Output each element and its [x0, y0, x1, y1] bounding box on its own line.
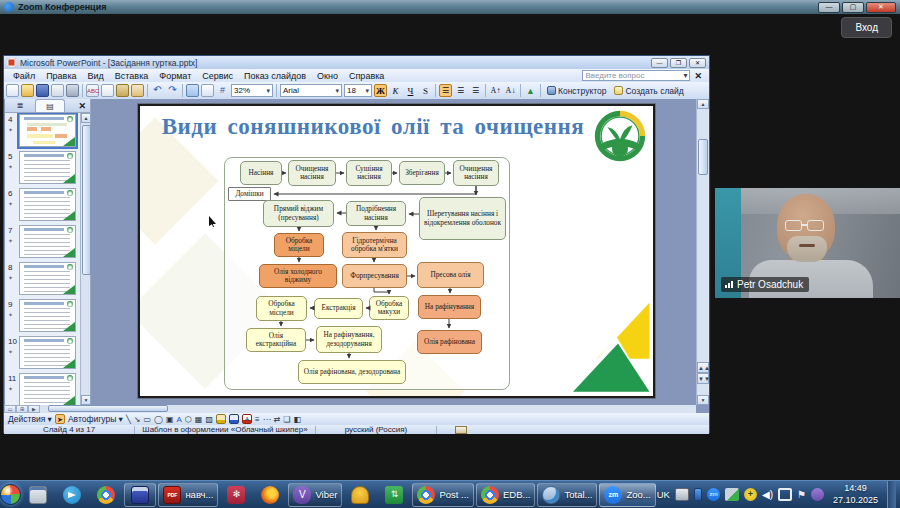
flowchart-box[interactable]: Домішки [228, 187, 271, 201]
format-painter-icon[interactable] [131, 84, 144, 97]
flowchart-box[interactable]: Шеретування насіння і відокремлення обол… [419, 197, 506, 240]
menu-окно[interactable]: Окно [312, 71, 343, 81]
thumbnail-preview[interactable] [19, 262, 76, 295]
spellcheck-book-icon[interactable] [455, 426, 467, 434]
open-file-icon[interactable] [21, 84, 34, 97]
maximize-icon[interactable]: ▢ [842, 2, 864, 13]
slide-vertical-scrollbar[interactable]: ▲ ▲▲ ▼▼ ▼ [696, 99, 709, 405]
align-right-button[interactable]: ☰ [469, 84, 482, 97]
flowchart-box[interactable]: Очищення насіння [288, 160, 336, 186]
taskbar-item-chrome[interactable]: Post ... [412, 483, 474, 507]
slideshow-icon[interactable]: ▶ [28, 405, 40, 413]
scroll-up-icon[interactable]: ▲ [81, 113, 91, 123]
slide-thumbnail-7[interactable]: 7✦ [5, 224, 80, 261]
fill-color-icon[interactable] [216, 414, 226, 424]
flowchart-box[interactable]: Обробка макухи [369, 296, 409, 320]
decrease-font-icon[interactable]: A↓ [504, 84, 517, 97]
slide-canvas[interactable]: Види соняшникової олії та очищення Насін… [138, 104, 655, 398]
menu-формат[interactable]: Формат [154, 71, 196, 81]
select-arrow-icon[interactable]: ➤ [55, 414, 65, 424]
taskbar-item-chrome[interactable] [90, 483, 122, 507]
panel-scrollbar[interactable]: ▲ ▼ [80, 113, 90, 405]
redo-icon[interactable]: ↷ [166, 84, 179, 97]
flowchart-box[interactable]: Олія екстракційна [246, 328, 306, 352]
taskbar-item-totalcmd[interactable]: Total... [537, 483, 597, 507]
ask-question-input[interactable]: Введите вопрос ▾ [582, 70, 690, 81]
paste-icon[interactable] [116, 84, 129, 97]
zoom-login-button[interactable]: Вход [841, 17, 892, 38]
normal-view-icon[interactable]: ▭ [4, 405, 16, 413]
usb-device-icon[interactable] [694, 488, 702, 501]
flowchart-box[interactable]: Сушіння насіння [346, 160, 392, 186]
font-color-icon[interactable]: ▲ [524, 84, 537, 97]
scroll-down-icon[interactable]: ▼ [81, 395, 91, 405]
keyboard-icon[interactable] [675, 488, 689, 501]
network-status-icon[interactable] [725, 488, 739, 501]
new-file-icon[interactable] [6, 84, 19, 97]
flowchart-box[interactable]: На рафінування, дезодорування [316, 326, 382, 353]
scroll-down-icon[interactable]: ▼ [697, 395, 709, 405]
chart-icon[interactable] [186, 84, 199, 97]
undo-icon[interactable]: ↶ [151, 84, 164, 97]
taskbar-item-pdf[interactable]: PDFнавч... [158, 483, 218, 507]
actions-menu[interactable]: Действия ▾ [8, 414, 52, 424]
italic-button[interactable]: К [389, 84, 402, 97]
copy-icon[interactable] [101, 84, 114, 97]
menu-сервис[interactable]: Сервис [197, 71, 238, 81]
slide-thumbnail-6[interactable]: 6✦ [5, 187, 80, 224]
slide-thumbnail-9[interactable]: 9✦ [5, 298, 80, 335]
rectangle-tool-icon[interactable]: ▭ [143, 415, 151, 424]
flowchart-box[interactable]: Зберігання [399, 161, 445, 185]
viber-tray-icon[interactable] [811, 488, 824, 501]
scroll-up-icon[interactable]: ▲ [697, 99, 709, 109]
volume-icon[interactable]: ◀) [762, 488, 773, 501]
flowchart-box[interactable]: Насіння [240, 161, 282, 185]
designer-button[interactable]: Конструктор [544, 84, 609, 97]
font-size-select[interactable]: 18 ▾ [344, 84, 372, 97]
slide-thumbnail-5[interactable]: 5✦ [5, 150, 80, 187]
textbox-tool-icon[interactable]: ▣ [166, 415, 174, 424]
slide-thumbnail-10[interactable]: 10✦ [5, 335, 80, 372]
table-icon[interactable] [201, 84, 214, 97]
font-color-icon[interactable]: A [242, 414, 252, 424]
thumbnail-preview[interactable] [19, 299, 76, 332]
display-icon[interactable] [778, 488, 792, 501]
flowchart-box[interactable]: Обробка місцели [256, 296, 307, 321]
picture-icon[interactable]: ▨ [205, 415, 213, 424]
language-switcher[interactable]: UK [657, 489, 670, 500]
wordart-icon[interactable]: A [177, 415, 182, 424]
chevron-down-icon[interactable]: ▾ [683, 71, 687, 80]
menu-правка[interactable]: Правка [41, 71, 81, 81]
template-name[interactable]: Шаблон в оформлении «Облачный шкипер» [135, 425, 315, 434]
flowchart-box[interactable]: Подрібнення насіння [346, 201, 406, 226]
close-icon[interactable]: ✕ [866, 2, 896, 13]
taskbar-item-floppy[interactable] [124, 483, 156, 507]
flowchart-box[interactable]: Очищення насіння [453, 160, 499, 186]
language-indicator[interactable]: русский (Россия) [316, 425, 436, 434]
thumbnail-preview[interactable] [19, 151, 76, 184]
taskbar-item-telegram[interactable] [56, 483, 88, 507]
start-button[interactable] [0, 482, 21, 508]
scrollbar-thumb[interactable] [82, 125, 91, 275]
thumbnail-preview[interactable] [19, 336, 76, 369]
thumbnail-preview[interactable] [19, 114, 76, 147]
save-icon[interactable] [36, 84, 49, 97]
print-icon[interactable] [66, 84, 79, 97]
flowchart-box[interactable]: Прямий віджим (пресування) [263, 200, 334, 227]
taskbar-item-chrome[interactable]: EDB... [476, 483, 535, 507]
clipart-icon[interactable]: ▦ [195, 415, 203, 424]
shadow-button[interactable]: S [419, 84, 432, 97]
panel-close-icon[interactable]: ✕ [74, 101, 90, 111]
oval-tool-icon[interactable]: ◯ [154, 415, 163, 424]
scrollbar-thumb[interactable] [48, 405, 168, 412]
flowchart-box[interactable]: Олія холодного віджиму [259, 264, 337, 288]
flowchart-box[interactable]: Форпресування [342, 264, 407, 288]
arrow-style-icon[interactable]: ⇄ [274, 415, 281, 424]
line-tool-icon[interactable]: ╲ [126, 415, 131, 424]
flowchart-box[interactable]: Пресова олія [417, 262, 484, 288]
dash-style-icon[interactable]: ⋯ [263, 415, 271, 424]
thumbnail-preview[interactable] [19, 373, 76, 405]
bold-button[interactable]: Ж [374, 84, 387, 97]
participant-video[interactable]: Petr Osadchuk [715, 188, 900, 298]
slide-thumbnail-4[interactable]: 4✦ [5, 113, 80, 150]
